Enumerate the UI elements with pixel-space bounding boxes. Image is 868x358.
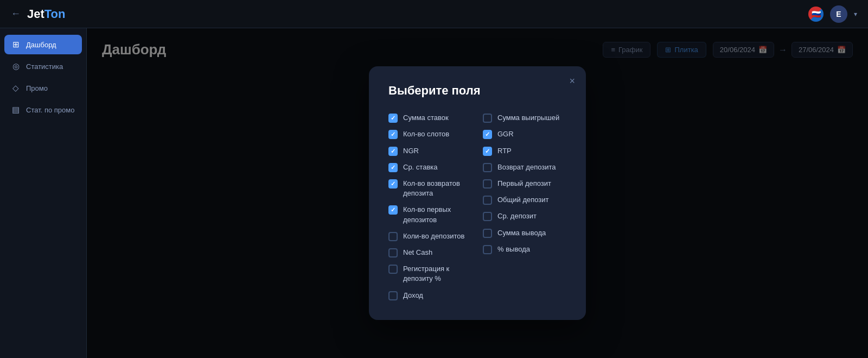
label-deposit-refund: Возврат депозита bbox=[497, 162, 556, 172]
checkbox-deposit-refund[interactable] bbox=[483, 163, 492, 172]
modal-close-button[interactable]: × bbox=[569, 76, 575, 86]
logo: JetTon bbox=[27, 7, 65, 21]
checkbox-avg-bet[interactable] bbox=[388, 163, 398, 172]
checkbox-first-deposit[interactable] bbox=[483, 179, 492, 189]
checkbox-win-sum[interactable] bbox=[483, 114, 492, 123]
field-deposits-count[interactable]: Коли-во депозитов bbox=[388, 231, 472, 241]
field-avg-deposit[interactable]: Ср. депозит bbox=[483, 211, 566, 221]
logo-ton: Ton bbox=[44, 7, 66, 21]
label-avg-bet: Ср. ставка bbox=[403, 162, 438, 172]
checkbox-first-deposits-count[interactable] bbox=[388, 205, 398, 215]
checkbox-total-deposit[interactable] bbox=[483, 196, 492, 205]
topbar-left: ← JetTon bbox=[11, 7, 65, 21]
field-net-cash[interactable]: Net Cash bbox=[388, 248, 472, 257]
field-first-deposits-count[interactable]: Кол-во первых депозитов bbox=[388, 205, 472, 224]
label-win-sum: Сумма выигрышей bbox=[497, 113, 559, 123]
sidebar-item-dashboard[interactable]: ⊞ Дашборд bbox=[4, 35, 82, 54]
label-withdrawal-sum: Сумма вывода bbox=[497, 228, 546, 238]
checkbox-avg-deposit[interactable] bbox=[483, 212, 492, 221]
checkbox-net-cash[interactable] bbox=[388, 248, 398, 257]
modal-title: Выберите поля bbox=[388, 84, 566, 98]
checkbox-rtp[interactable] bbox=[483, 147, 492, 156]
promo-icon: ◇ bbox=[11, 83, 21, 93]
topbar-right: 🇷🇺 E ▾ bbox=[808, 5, 857, 23]
label-deposit-refunds: Кол-во возвратов депозита bbox=[403, 179, 472, 198]
checkbox-income[interactable] bbox=[388, 291, 398, 300]
label-first-deposit: Первый депозит bbox=[497, 179, 551, 189]
field-rtp[interactable]: RTP bbox=[483, 146, 566, 156]
checkbox-deposits-count[interactable] bbox=[388, 232, 398, 241]
field-win-sum[interactable]: Сумма выигрышей bbox=[483, 113, 566, 123]
label-net-cash: Net Cash bbox=[403, 248, 432, 257]
fields-modal: Выберите поля × Сумма ставок Кол-в bbox=[369, 66, 586, 319]
field-ngr[interactable]: NGR bbox=[388, 146, 472, 156]
checkbox-withdrawal-sum[interactable] bbox=[483, 229, 492, 238]
label-slots-count: Кол-во слотов bbox=[403, 129, 449, 139]
checkbox-ngr[interactable] bbox=[388, 147, 398, 156]
sidebar: ⊞ Дашборд ◎ Статистика ◇ Промо ▤ Стат. п… bbox=[0, 28, 87, 358]
sidebar-item-label: Промо bbox=[26, 84, 48, 92]
modal-overlay[interactable]: Выберите поля × Сумма ставок Кол-в bbox=[87, 28, 868, 358]
sidebar-item-promo[interactable]: ◇ Промо bbox=[4, 78, 82, 98]
checkbox-slots-count[interactable] bbox=[388, 130, 398, 139]
field-total-deposit[interactable]: Общий депозит bbox=[483, 195, 566, 205]
content-area: Дашборд ≡ График ⊞ Плитка 20/06/2024 📅 → bbox=[87, 28, 868, 358]
checkbox-ggr[interactable] bbox=[483, 130, 492, 139]
label-ggr: GGR bbox=[497, 129, 514, 139]
field-first-deposit[interactable]: Первый депозит bbox=[483, 179, 566, 189]
field-deposit-refunds[interactable]: Кол-во возвратов депозита bbox=[388, 179, 472, 198]
language-flag[interactable]: 🇷🇺 bbox=[808, 7, 824, 22]
checkbox-withdrawal-pct[interactable] bbox=[483, 245, 492, 254]
fields-grid: Сумма ставок Кол-во слотов NGR bbox=[388, 113, 566, 300]
statistics-icon: ◎ bbox=[11, 61, 21, 71]
field-bet-sum[interactable]: Сумма ставок bbox=[388, 113, 472, 123]
label-total-deposit: Общий депозит bbox=[497, 195, 549, 205]
label-bet-sum: Сумма ставок bbox=[403, 113, 449, 123]
field-ggr[interactable]: GGR bbox=[483, 129, 566, 139]
label-deposits-count: Коли-во депозитов bbox=[403, 231, 464, 241]
field-avg-bet[interactable]: Ср. ставка bbox=[388, 162, 472, 172]
sidebar-item-promo-stats[interactable]: ▤ Стат. по промо bbox=[4, 100, 82, 120]
sidebar-item-statistics[interactable]: ◎ Статистика bbox=[4, 56, 82, 76]
checkbox-bet-sum[interactable] bbox=[388, 114, 398, 123]
dashboard-icon: ⊞ bbox=[11, 40, 21, 49]
checkbox-deposit-refunds[interactable] bbox=[388, 179, 398, 189]
main-layout: ⊞ Дашборд ◎ Статистика ◇ Промо ▤ Стат. п… bbox=[0, 28, 868, 358]
label-first-deposits-count: Кол-во первых депозитов bbox=[403, 205, 472, 224]
field-reg-to-deposit[interactable]: Регистрация к депозиту % bbox=[388, 264, 472, 284]
label-rtp: RTP bbox=[497, 146, 512, 156]
field-slots-count[interactable]: Кол-во слотов bbox=[388, 129, 472, 139]
user-menu-chevron[interactable]: ▾ bbox=[854, 10, 857, 18]
field-withdrawal-pct[interactable]: % вывода bbox=[483, 244, 566, 254]
checkbox-reg-to-deposit[interactable] bbox=[388, 265, 398, 274]
label-withdrawal-pct: % вывода bbox=[497, 244, 530, 254]
user-avatar[interactable]: E bbox=[830, 5, 847, 23]
field-withdrawal-sum[interactable]: Сумма вывода bbox=[483, 228, 566, 238]
promo-stats-icon: ▤ bbox=[11, 105, 21, 115]
sidebar-item-label: Дашборд bbox=[26, 41, 56, 49]
field-income[interactable]: Доход bbox=[388, 291, 472, 300]
back-button[interactable]: ← bbox=[11, 8, 21, 20]
topbar: ← JetTon 🇷🇺 E ▾ bbox=[0, 0, 868, 28]
label-reg-to-deposit: Регистрация к депозиту % bbox=[403, 264, 472, 284]
sidebar-item-label: Статистика bbox=[26, 62, 63, 71]
label-income: Доход bbox=[403, 291, 423, 300]
logo-jet: Jet bbox=[27, 7, 44, 21]
fields-right-column: Сумма выигрышей GGR RTP bbox=[483, 113, 566, 300]
sidebar-item-label: Стат. по промо bbox=[26, 106, 74, 114]
label-ngr: NGR bbox=[403, 146, 419, 156]
field-deposit-refund[interactable]: Возврат депозита bbox=[483, 162, 566, 172]
label-avg-deposit: Ср. депозит bbox=[497, 211, 537, 221]
fields-left-column: Сумма ставок Кол-во слотов NGR bbox=[388, 113, 472, 300]
